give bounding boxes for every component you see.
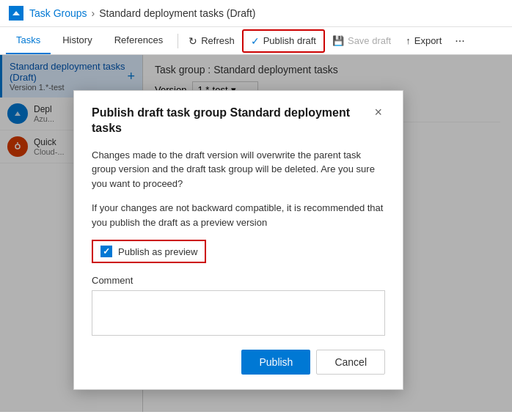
publish-draft-button[interactable]: ✓ Publish draft — [242, 29, 325, 53]
app-icon — [9, 6, 23, 21]
top-bar: Task Groups › Standard deployment tasks … — [0, 0, 512, 27]
save-draft-label: Save draft — [348, 35, 391, 46]
publish-as-preview-checkbox[interactable]: ✓ — [100, 246, 112, 257]
modal-footer: Publish Cancel — [92, 350, 385, 375]
cancel-button[interactable]: Cancel — [316, 350, 385, 375]
main-content: Standard deployment tasks (Draft) Versio… — [0, 55, 512, 412]
modal-title: Publish draft task group Standard deploy… — [92, 106, 371, 136]
breadcrumb: Task Groups › Standard deployment tasks … — [29, 7, 255, 19]
publish-as-preview-label: Publish as preview — [118, 246, 197, 257]
breadcrumb-task-groups[interactable]: Task Groups — [29, 7, 87, 19]
refresh-label: Refresh — [201, 35, 235, 46]
publish-dialog: Publish draft task group Standard deploy… — [73, 90, 403, 390]
more-button[interactable]: ··· — [449, 30, 470, 52]
tab-divider — [178, 34, 178, 48]
breadcrumb-current: Standard deployment tasks (Draft) — [99, 7, 255, 19]
export-button[interactable]: ↑ Export — [398, 31, 449, 51]
publish-button[interactable]: Publish — [241, 350, 310, 375]
close-button[interactable]: × — [371, 106, 385, 119]
modal-note-text: If your changes are not backward compati… — [92, 201, 385, 229]
tab-tasks[interactable]: Tasks — [6, 27, 51, 54]
save-draft-icon: 💾 — [332, 35, 344, 46]
save-draft-button[interactable]: 💾 Save draft — [325, 31, 398, 51]
comment-label: Comment — [92, 275, 385, 286]
breadcrumb-separator: › — [92, 7, 95, 19]
publish-draft-icon: ✓ — [251, 35, 260, 47]
tab-references[interactable]: References — [104, 27, 173, 54]
publish-draft-label: Publish draft — [263, 35, 316, 46]
refresh-icon: ↻ — [189, 35, 197, 47]
publish-as-preview-row[interactable]: ✓ Publish as preview — [92, 240, 206, 263]
tab-bar: Tasks History References ↻ Refresh ✓ Pub… — [0, 27, 512, 55]
export-label: Export — [414, 35, 442, 46]
checkbox-check-icon: ✓ — [103, 246, 110, 257]
modal-body-text: Changes made to the draft version will o… — [92, 148, 385, 191]
export-icon: ↑ — [406, 35, 411, 46]
refresh-button[interactable]: ↻ Refresh — [181, 31, 242, 51]
comment-input[interactable] — [92, 290, 385, 336]
modal-header: Publish draft task group Standard deploy… — [92, 106, 385, 136]
tab-history[interactable]: History — [52, 27, 102, 54]
